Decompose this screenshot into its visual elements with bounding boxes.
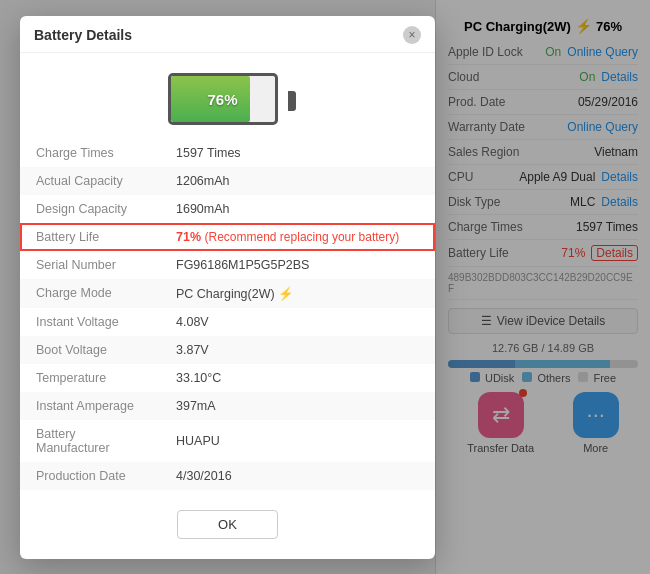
battery-body: 76%	[168, 73, 278, 125]
row-label: Serial Number	[20, 251, 160, 279]
table-row: Boot Voltage 3.87V	[20, 336, 435, 364]
row-value: 33.10°C	[160, 364, 435, 392]
row-value: 3.87V	[160, 336, 435, 364]
dialog-footer: OK	[20, 500, 435, 543]
battery-life-row-label: Battery Life	[20, 223, 160, 251]
row-value: PC Charging(2W) ⚡	[160, 279, 435, 308]
row-value: 1206mAh	[160, 167, 435, 195]
row-label: Charge Times	[20, 139, 160, 167]
row-value: 1597 Times	[160, 139, 435, 167]
row-label: Actual Capacity	[20, 167, 160, 195]
table-row: Charge Mode PC Charging(2W) ⚡	[20, 279, 435, 308]
row-label: Instant Voltage	[20, 308, 160, 336]
battery-tip	[288, 91, 296, 111]
table-row: Battery Manufacturer HUAPU	[20, 420, 435, 462]
row-value: 4.08V	[160, 308, 435, 336]
row-value: FG96186M1P5G5P2BS	[160, 251, 435, 279]
details-table: Charge Times 1597 Times Actual Capacity …	[20, 139, 435, 490]
table-row: Instant Voltage 4.08V	[20, 308, 435, 336]
table-row: Charge Times 1597 Times	[20, 139, 435, 167]
table-row: Instant Amperage 397mA	[20, 392, 435, 420]
dialog-close-button[interactable]: ×	[403, 26, 421, 44]
row-value: 397mA	[160, 392, 435, 420]
table-row: Temperature 33.10°C	[20, 364, 435, 392]
recommend-text: (Recommend replacing your battery)	[205, 230, 400, 244]
battery-life-table-row: Battery Life 71% (Recommend replacing yo…	[20, 223, 435, 251]
ok-button[interactable]: OK	[177, 510, 278, 539]
dialog-titlebar: Battery Details ×	[20, 16, 435, 53]
table-row: Production Date 4/30/2016	[20, 462, 435, 490]
row-label: Temperature	[20, 364, 160, 392]
battery-life-row-value: 71% (Recommend replacing your battery)	[160, 223, 435, 251]
row-value: HUAPU	[160, 420, 435, 462]
table-row: Actual Capacity 1206mAh	[20, 167, 435, 195]
battery-percent-label: 76%	[207, 90, 237, 107]
table-row: Serial Number FG96186M1P5G5P2BS	[20, 251, 435, 279]
row-value: 1690mAh	[160, 195, 435, 223]
battery-details-dialog: Battery Details × 76% Charge Times 1597 …	[20, 16, 435, 559]
row-label: Design Capacity	[20, 195, 160, 223]
charge-lightning-icon: ⚡	[278, 287, 294, 301]
row-label: Boot Voltage	[20, 336, 160, 364]
table-row: Design Capacity 1690mAh	[20, 195, 435, 223]
dialog-title: Battery Details	[34, 27, 132, 43]
battery-visual: 76%	[20, 53, 435, 139]
row-value: 4/30/2016	[160, 462, 435, 490]
row-label: Production Date	[20, 462, 160, 490]
row-label: Battery Manufacturer	[20, 420, 160, 462]
modal-overlay: Battery Details × 76% Charge Times 1597 …	[0, 0, 650, 574]
battery-life-pct: 71%	[176, 230, 201, 244]
battery-icon: 76%	[168, 73, 288, 129]
row-label: Instant Amperage	[20, 392, 160, 420]
row-label: Charge Mode	[20, 279, 160, 308]
